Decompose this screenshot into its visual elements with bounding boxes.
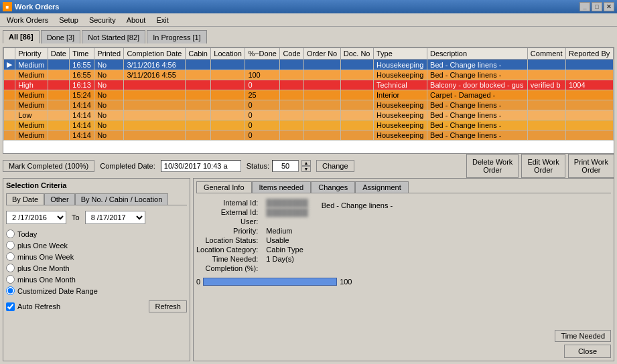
tab-assignment[interactable]: Assignment xyxy=(355,181,408,193)
table-row[interactable]: ▶Medium16:55No3/11/2016 4:56Housekeeping… xyxy=(4,60,614,70)
menu-bar: Work Orders Setup Security About Exit xyxy=(0,13,617,27)
change-button[interactable]: Change xyxy=(316,160,354,172)
col-description[interactable]: Description xyxy=(427,48,528,60)
app-title: Work Orders xyxy=(15,3,59,11)
tab-items-needed[interactable]: Items needed xyxy=(252,181,312,193)
spin-up[interactable]: ▲ xyxy=(301,160,311,166)
to-date-select[interactable]: 8 /17/2017 xyxy=(85,211,145,224)
radio-minus-week[interactable]: minus One Week xyxy=(6,252,187,261)
radio-plus-week[interactable]: plus One Week xyxy=(6,241,187,250)
to-label: To xyxy=(72,213,80,221)
refresh-button[interactable]: Refresh xyxy=(149,300,187,312)
internal-id-label: Internal Id: xyxy=(196,199,258,207)
tab-other[interactable]: Other xyxy=(44,193,75,205)
title-bar: ■ Work Orders _ □ ✕ xyxy=(0,0,617,13)
tab-done[interactable]: Done [3] xyxy=(41,30,81,43)
tab-by-no-cabin-location[interactable]: By No. / Cabin / Location xyxy=(75,193,169,205)
completed-date-label: Completed Date: xyxy=(100,162,155,170)
table-row[interactable]: Medium14:14No0HousekeepingBed - Change l… xyxy=(4,130,614,141)
edit-work-order-button[interactable]: Edit Work Order xyxy=(521,154,565,178)
col-comment[interactable]: Comment xyxy=(527,48,565,60)
menu-about[interactable]: About xyxy=(121,15,151,25)
from-date-select[interactable]: 2 /17/2016 xyxy=(6,211,66,224)
table-scroll-area[interactable]: Priority Date Time Printed Completion Da… xyxy=(3,48,614,153)
table-row[interactable]: High16:13No0TechnicalBalcony - door bloc… xyxy=(4,80,614,90)
bottom-action-bar: Mark Completed (100%) Completed Date: St… xyxy=(3,157,614,175)
tab-by-date[interactable]: By Date xyxy=(6,193,44,205)
table-row[interactable]: Medium15:24No25InteriorCarpet - Damaged … xyxy=(4,90,614,100)
col-date[interactable]: Date xyxy=(48,48,70,60)
col-arrow xyxy=(4,48,15,60)
location-status-value: Usable xyxy=(266,236,307,244)
completion-value xyxy=(266,264,307,272)
col-doc-no[interactable]: Doc. No xyxy=(340,48,373,60)
tab-not-started[interactable]: Not Started [82] xyxy=(82,30,145,43)
col-cabin[interactable]: Cabin xyxy=(186,48,211,60)
col-location[interactable]: Location xyxy=(211,48,245,60)
time-needed-button[interactable]: Time Needed xyxy=(555,330,611,342)
col-time[interactable]: Time xyxy=(70,48,94,60)
menu-security[interactable]: Security xyxy=(84,15,121,25)
restore-btn[interactable]: □ xyxy=(592,2,602,11)
spin-down[interactable]: ▼ xyxy=(301,166,311,172)
radio-plus-month[interactable]: plus One Month xyxy=(6,264,187,272)
col-order-no[interactable]: Order No xyxy=(304,48,341,60)
tab-all[interactable]: All [86] xyxy=(3,30,40,43)
tab-in-progress[interactable]: In Progress [1] xyxy=(147,30,206,43)
auto-refresh-checkbox[interactable] xyxy=(6,302,15,311)
menu-setup[interactable]: Setup xyxy=(54,15,84,25)
col-pct-done[interactable]: %−Done xyxy=(245,48,280,60)
table-row[interactable]: Medium14:14No0HousekeepingBed - Change l… xyxy=(4,120,614,130)
status-input[interactable] xyxy=(272,160,299,172)
menu-work-orders[interactable]: Work Orders xyxy=(1,15,54,25)
lower-section: Selection Criteria By Date Other By No. … xyxy=(3,178,614,361)
completion-label: Completion (%): xyxy=(196,264,258,272)
progress-bar-container: 0 100 xyxy=(196,278,611,286)
auto-refresh-label: Auto Refresh xyxy=(17,302,60,310)
menu-exit[interactable]: Exit xyxy=(151,15,174,25)
col-printed[interactable]: Printed xyxy=(94,48,124,60)
right-panel: General Info Items needed Changes Assign… xyxy=(193,178,614,361)
app-icon: ■ xyxy=(3,2,12,11)
col-priority[interactable]: Priority xyxy=(15,48,48,60)
table-row[interactable]: Low14:14No0HousekeepingBed - Change line… xyxy=(4,110,614,120)
close-btn-title[interactable]: ✕ xyxy=(604,2,614,11)
priority-label: Priority: xyxy=(196,227,258,235)
table-row[interactable]: Medium14:14No0HousekeepingBed - Change l… xyxy=(4,100,614,110)
mark-completed-button[interactable]: Mark Completed (100%) xyxy=(3,160,94,172)
status-area: Status: ▲ ▼ xyxy=(247,160,311,172)
radio-custom-range[interactable]: Customized Date Range xyxy=(6,286,187,295)
tab-changes[interactable]: Changes xyxy=(311,181,355,193)
selection-criteria-title: Selection Criteria xyxy=(6,181,187,189)
selection-tab-bar: By Date Other By No. / Cabin / Location xyxy=(6,193,187,205)
status-spinner: ▲ ▼ xyxy=(301,160,311,172)
location-category-label: Location Category: xyxy=(196,246,258,254)
status-label: Status: xyxy=(247,162,269,170)
print-work-order-button[interactable]: Print Work Order xyxy=(568,154,614,178)
user-label: User: xyxy=(196,217,258,225)
auto-refresh-row: Auto Refresh Refresh xyxy=(6,300,187,312)
tab-general-info[interactable]: General Info xyxy=(196,181,252,193)
col-reported-by[interactable]: Reported By xyxy=(566,48,614,60)
selection-criteria-panel: Selection Criteria By Date Other By No. … xyxy=(3,178,190,361)
radio-minus-month[interactable]: minus One Month xyxy=(6,275,187,284)
col-type[interactable]: Type xyxy=(373,48,427,60)
work-orders-table-container: Priority Date Time Printed Completion Da… xyxy=(3,47,614,154)
priority-value: Medium xyxy=(266,227,307,235)
main-tab-bar: All [86] Done [3] Not Started [82] In Pr… xyxy=(3,29,614,44)
location-status-label: Location Status: xyxy=(196,236,258,244)
completed-date-input[interactable] xyxy=(161,160,241,172)
progress-bar xyxy=(203,278,337,286)
col-code[interactable]: Code xyxy=(280,48,304,60)
internal-id-value: ████████ xyxy=(266,199,307,207)
progress-max: 100 xyxy=(340,278,352,286)
delete-work-order-button[interactable]: Delete Work Order xyxy=(466,154,519,178)
table-row[interactable]: Medium16:55No3/11/2016 4:55100Housekeepi… xyxy=(4,70,614,80)
close-button[interactable]: Close xyxy=(564,345,611,358)
minimize-btn[interactable]: _ xyxy=(579,2,590,11)
radio-today[interactable]: Today xyxy=(6,230,187,238)
general-info-grid: Internal Id: ████████ External Id: █████… xyxy=(196,199,308,272)
date-range-row: 2 /17/2016 To 8 /17/2017 xyxy=(6,211,187,224)
progress-min: 0 xyxy=(196,278,200,286)
col-completion-date[interactable]: Completion Date xyxy=(124,48,186,60)
